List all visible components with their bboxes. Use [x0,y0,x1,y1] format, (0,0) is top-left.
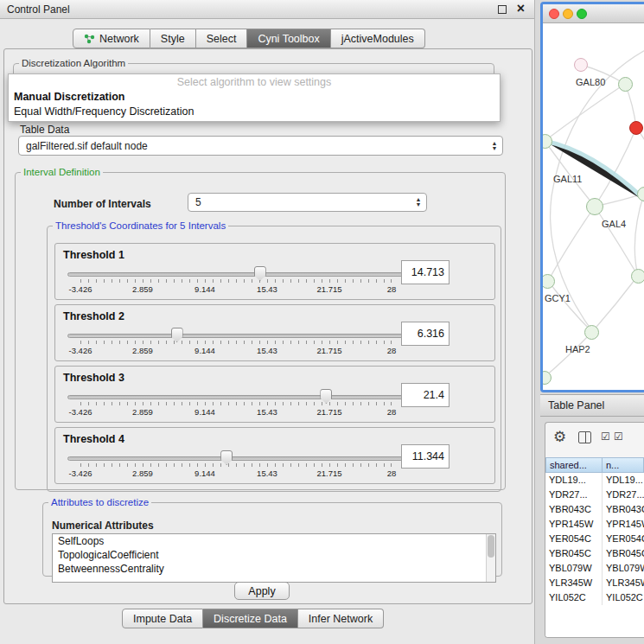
zoom-traffic-light-icon[interactable] [577,9,587,19]
group-title: Interval Definition [21,167,103,177]
table-data-value: galFiltered.sif default node [19,140,488,152]
table-cell: YDR27... [545,488,603,502]
column-header[interactable]: shared... [545,457,603,473]
columns-icon[interactable] [578,431,591,443]
threshold-2-slider[interactable]: -3.426 2.859 9.144 15.43 21.715 28 [73,326,399,360]
table-cell: YBR043C [545,502,603,517]
control-panel-titlebar: Control Panel × [0,0,534,19]
group-title: Discretization Algorithm [19,58,128,68]
threshold-3-value-field[interactable]: 21.4 [401,383,450,407]
threshold-1-value-field[interactable]: 14.713 [401,260,450,284]
table-row[interactable]: YDL19... YDL19... [545,473,644,488]
tab-cyni-toolbox[interactable]: Cyni Toolbox [247,29,330,48]
stepper-icon[interactable]: ▲ ▼ [488,141,501,151]
slider-ticks [80,402,392,405]
table-row[interactable]: YBL079W YBL079W [545,561,644,576]
table-row[interactable]: YER054C YER054C [545,532,644,546]
network-icon [84,34,95,44]
number-of-intervals-combo[interactable]: 5 ▲ ▼ [188,193,427,212]
window-title: Control Panel [7,3,70,16]
threshold-1-slider[interactable]: -3.426 2.859 9.144 15.43 21.715 28 [73,265,399,299]
table-cell: YLR345W [603,576,644,590]
group-title: Threshold's Coordinates for 5 Intervals [53,220,228,231]
scale-tick-label: -3.426 [69,407,92,417]
algorithm-dropdown-popup: Select algorithm to view settings Manual… [8,73,501,122]
node-table: shared... n... YDL19... YDL19... YDR27..… [545,457,644,637]
table-cell: YPR145W [603,517,644,532]
column-header[interactable]: n... [603,457,644,473]
number-of-intervals-label: Number of Intervals [54,198,151,210]
node-label: GAL80 [576,77,605,87]
tab-discretize-data[interactable]: Discretize Data [203,609,298,628]
tab-impute-data[interactable]: Impute Data [122,609,203,628]
stepper-icon[interactable]: ▲ ▼ [412,197,424,207]
top-tabbar: Network Style Select Cyni Toolbox jActiv… [73,29,425,48]
scale-tick-label: 2.859 [132,284,153,294]
list-item[interactable]: SelfLoops [53,534,495,548]
threshold-label: Threshold 2 [63,310,124,322]
network-node[interactable] [586,198,603,215]
tab-style[interactable]: Style [150,29,196,48]
table-row[interactable]: YIL052C YIL052C [545,590,644,605]
list-scrollbar[interactable] [486,534,495,582]
algorithm-option-equal-width[interactable]: Equal Width/Frequency Discretization [9,105,500,119]
scale-tick-label: 15.43 [257,346,277,355]
tab-label: Select [207,33,237,45]
minimize-traffic-light-icon[interactable] [563,9,573,19]
table-row[interactable]: YLR345W YLR345W [545,576,644,590]
table-cell: YLR345W [545,576,603,590]
list-item[interactable]: BetweennessCentrality [53,562,495,576]
tab-select[interactable]: Select [196,29,248,48]
table-cell: YDR27... [603,488,644,502]
network-node[interactable] [574,58,588,72]
table-data-combo[interactable]: galFiltered.sif default node ▲ ▼ [18,136,503,156]
scale-tick-label: 21.715 [316,284,341,294]
table-cell: YBR043C [603,502,644,517]
stepper-down-icon: ▼ [492,146,498,151]
network-node[interactable] [618,77,633,92]
scale-tick-label: -3.426 [69,346,92,355]
network-node[interactable] [631,269,644,284]
apply-button[interactable]: Apply [234,582,290,600]
tab-infer-network[interactable]: Infer Network [298,609,384,628]
threshold-4-value-field[interactable]: 11.344 [401,444,450,469]
table-row[interactable]: YBR043C YBR043C [545,502,644,517]
network-canvas[interactable]: GAL80 GAL11 GAL4 GCY1 HAP2 [543,23,644,390]
scale-tick-label: 28 [387,469,397,478]
tab-network[interactable]: Network [73,29,150,48]
list-item[interactable]: TopologicalCoefficient [53,548,495,562]
close-traffic-light-icon[interactable] [549,9,559,19]
float-window-icon[interactable] [498,5,507,14]
table-cell: YBL079W [603,561,644,576]
checkbox-icon[interactable]: ☑ [601,430,610,443]
network-node[interactable] [540,274,555,289]
table-cell: YBL079W [545,561,603,576]
node-label: GCY1 [545,293,571,303]
bottom-tabbar: Impute Data Discretize Data Infer Networ… [122,609,384,628]
table-panel: ⚙ ☑ ☑ shared... n... YDL19... YDL19... Y… [545,422,644,638]
checkbox-icon[interactable]: ☑ [614,430,623,443]
node-label: GAL11 [553,174,582,184]
table-row[interactable]: YPR145W YPR145W [545,517,644,532]
algorithm-option-manual[interactable]: Manual Discretization [9,90,500,105]
scrollbar-thumb[interactable] [488,535,494,558]
threshold-3-slider[interactable]: -3.426 2.859 9.144 15.43 21.715 28 [73,387,399,422]
table-row[interactable]: YDR27... YDR27... [545,488,644,502]
thresholds-group: Threshold's Coordinates for 5 Intervals … [47,220,501,492]
table-cell: YPR145W [545,517,603,532]
close-icon[interactable]: × [517,1,525,16]
scale-tick-label: 21.715 [316,469,341,478]
threshold-2-value-field[interactable]: 6.316 [401,322,450,346]
slider-ticks [80,463,392,467]
threshold-4-slider[interactable]: -3.426 2.859 9.144 15.43 21.715 28 [73,449,399,483]
network-node-selected[interactable] [629,121,643,135]
network-view-window: GAL80 GAL11 GAL4 GCY1 HAP2 [540,2,644,392]
tab-label: Style [161,33,185,45]
number-of-intervals-value: 5 [188,196,412,208]
tab-jactivemodules[interactable]: jActiveModules [331,29,425,48]
node-label: GAL4 [602,219,626,229]
table-row[interactable]: YBR045C YBR045C [545,546,644,561]
network-node[interactable] [584,325,599,340]
scale-tick-label: -3.426 [69,284,92,294]
gear-icon[interactable]: ⚙ [553,428,566,446]
